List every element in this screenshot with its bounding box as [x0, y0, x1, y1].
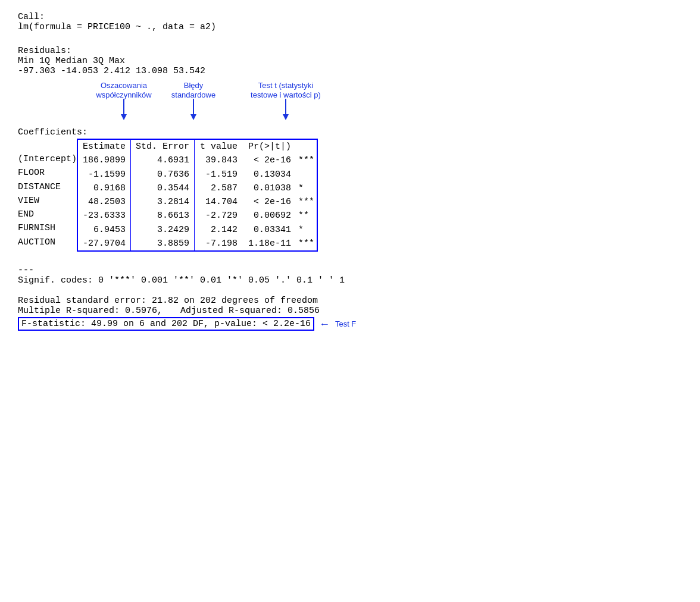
- estimate-arrow-head: [121, 114, 127, 120]
- residual-se: Residual standard error: 21.82 on 202 de…: [18, 296, 682, 306]
- stderr-column: Std. Error 4.6931 0.7636 0.3544 3.2814 8…: [130, 139, 194, 252]
- tvalue-floor: -1.519: [195, 168, 242, 181]
- signif-floor: [296, 168, 306, 181]
- r-squared-row: Multiple R-squared: 0.5976, Adjusted R-s…: [18, 306, 682, 316]
- stderr-arrow-head: [190, 114, 196, 120]
- separator: ---: [18, 265, 682, 275]
- tvalue-intercept: 39.843: [195, 153, 242, 167]
- row-label-end: END: [18, 208, 77, 221]
- estimate-auction: -27.9704: [78, 237, 130, 250]
- stderr-floor: 0.7636: [131, 168, 194, 181]
- residuals-header: Min 1Q Median 3Q Max: [18, 56, 682, 66]
- pvalue-floor: 0.13034: [242, 168, 296, 181]
- ttest-row-floor: -1.519 0.13034: [195, 168, 317, 181]
- tvalue-furnish: 2.142: [195, 223, 242, 237]
- coefficients-section: Coefficients: (Intercept) FLOOR DISTANCE…: [18, 127, 682, 252]
- signif-furnish: *: [296, 223, 306, 237]
- call-label: Call:: [18, 12, 682, 22]
- estimate-end: -23.6333: [78, 209, 130, 222]
- row-labels-col: (Intercept) FLOOR DISTANCE VIEW END FURN…: [18, 139, 77, 249]
- ttest-header-row: t value Pr(>|t|): [195, 140, 317, 153]
- stderr-view: 3.2814: [131, 195, 194, 209]
- main-content: Call: lm(formula = PRICE100 ~ ., data = …: [18, 12, 682, 331]
- signif-codes: Signif. codes: 0 '***' 0.001 '**' 0.01 '…: [18, 275, 682, 286]
- signif-end: **: [296, 209, 311, 222]
- estimate-header: Estimate: [78, 140, 130, 153]
- ftest-arrow-icon: ←: [321, 318, 328, 330]
- fstat-row: F-statistic: 49.99 on 6 and 202 DF, p-va…: [18, 317, 682, 331]
- estimate-view: 48.2503: [78, 195, 130, 209]
- tvalue-header: t value: [195, 140, 242, 153]
- call-formula: lm(formula = PRICE100 ~ ., data = a2): [18, 22, 682, 32]
- signif-intercept: ***: [296, 153, 317, 167]
- row-label-floor: FLOOR: [18, 166, 77, 180]
- residuals-values: -97.303 -14.053 2.412 13.098 53.542: [18, 66, 682, 76]
- row-label-distance: DISTANCE: [18, 180, 77, 194]
- adjusted-r2: Adjusted R-squared: 0.5856: [180, 306, 320, 316]
- pvalue-header: Pr(>|t|): [242, 140, 296, 153]
- coefficients-table-area: (Intercept) FLOOR DISTANCE VIEW END FURN…: [18, 139, 682, 252]
- tvalue-auction: -7.198: [195, 237, 242, 250]
- stderr-annotation-line1: Błędy: [184, 81, 204, 90]
- call-section: Call: lm(formula = PRICE100 ~ ., data = …: [18, 12, 682, 32]
- signif-auction: ***: [296, 237, 317, 250]
- ttest-row-view: 14.704 < 2e-16 ***: [195, 195, 317, 209]
- multiple-r2: Multiple R-squared: 0.5976,: [18, 306, 162, 316]
- estimate-floor: -1.1599: [78, 168, 130, 181]
- stderr-header: Std. Error: [131, 140, 194, 153]
- stderr-end: 8.6613: [131, 209, 194, 222]
- estimate-furnish: 6.9453: [78, 223, 130, 237]
- ttest-annotation-line1: Test t (statystyki: [258, 81, 314, 90]
- estimate-distance: 0.9168: [78, 181, 130, 195]
- row-label-view: VIEW: [18, 194, 77, 208]
- annotation-area: Oszacowania współczynników Błędy standar…: [95, 80, 682, 127]
- pvalue-view: < 2e-16: [242, 195, 296, 209]
- stderr-distance: 0.3544: [131, 181, 194, 195]
- ttest-row-intercept: 39.843 < 2e-16 ***: [195, 153, 317, 167]
- ttest-row-auction: -7.198 1.18e-11 ***: [195, 237, 317, 250]
- annotations-svg: Oszacowania współczynników Błędy standar…: [95, 80, 631, 127]
- estimate-annotation-line1: Oszacowania: [101, 81, 148, 90]
- ttest-annotation-line2: testowe i wartości p): [251, 90, 321, 99]
- row-label-auction: AUCTION: [18, 236, 77, 249]
- ttest-row-furnish: 2.142 0.03341 *: [195, 223, 317, 237]
- ttest-row-end: -2.729 0.00692 **: [195, 209, 317, 222]
- row-label-intercept: (Intercept): [18, 152, 77, 166]
- footer-section: Residual standard error: 21.82 on 202 de…: [18, 296, 682, 331]
- estimate-column: Estimate 186.9899 -1.1599 0.9168 48.2503…: [77, 139, 130, 252]
- header-label-spacer: [18, 139, 77, 152]
- coefficients-label: Coefficients:: [18, 127, 682, 137]
- stderr-intercept: 4.6931: [131, 153, 194, 167]
- row-label-furnish: FURNISH: [18, 221, 77, 235]
- tvalue-distance: 2.587: [195, 181, 242, 195]
- ttest-row-distance: 2.587 0.01038 *: [195, 181, 317, 195]
- pvalue-auction: 1.18e-11: [242, 237, 296, 250]
- signif-distance: *: [296, 181, 306, 195]
- pvalue-furnish: 0.03341: [242, 223, 296, 237]
- fstatistic-box: F-statistic: 49.99 on 6 and 202 DF, p-va…: [18, 317, 314, 331]
- pvalue-end: 0.00692: [242, 209, 296, 222]
- pvalue-distance: 0.01038: [242, 181, 296, 195]
- tvalue-end: -2.729: [195, 209, 242, 222]
- ttest-column: t value Pr(>|t|) 39.843 < 2e-16 *** -1.5…: [194, 139, 318, 252]
- ttest-arrow-head: [283, 114, 289, 120]
- stderr-furnish: 3.2429: [131, 223, 194, 237]
- stderr-annotation-line2: standardowe: [171, 90, 215, 99]
- ftest-annotation: Test F: [335, 319, 356, 328]
- estimate-annotation-line2: współczynników: [95, 90, 152, 99]
- residuals-label: Residuals:: [18, 46, 682, 56]
- tvalue-view: 14.704: [195, 195, 242, 209]
- pvalue-intercept: < 2e-16: [242, 153, 296, 167]
- stderr-auction: 3.8859: [131, 237, 194, 250]
- signif-view: ***: [296, 195, 317, 209]
- residuals-section: Residuals: Min 1Q Median 3Q Max -97.303 …: [18, 46, 682, 76]
- estimate-intercept: 186.9899: [78, 153, 130, 167]
